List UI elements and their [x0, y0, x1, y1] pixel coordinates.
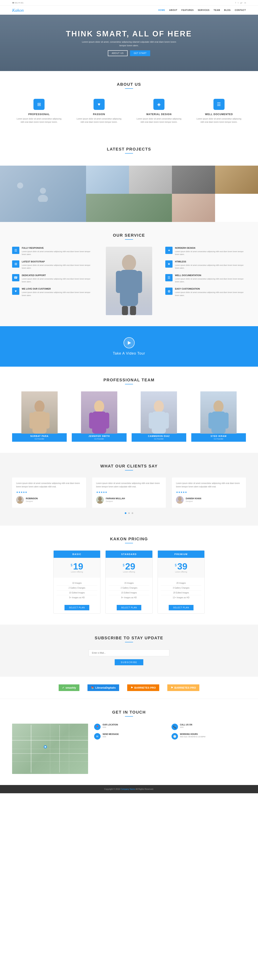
- project-4[interactable]: [172, 165, 215, 194]
- smashly-icon: ✓: [62, 686, 64, 689]
- svg-point-24: [18, 497, 22, 501]
- team-name-bar-1: NURBAT PARA Co Founder: [12, 433, 67, 442]
- contact-hours: 🕐 WORKING HOURS Mon-Sun: 09:00AM to 10:0…: [171, 733, 246, 740]
- nav-blog[interactable]: BLOG: [224, 9, 231, 11]
- client-text-2: Lorem ipsum dolor sit amet consectetur a…: [96, 482, 162, 488]
- svg-rect-22: [208, 412, 213, 429]
- project-5[interactable]: [215, 165, 258, 194]
- feature-standard-2: 2 Gallery Changes: [109, 585, 149, 590]
- pricing-subtitle-basic: Lorem Offering: [58, 571, 96, 573]
- phone-title: CALL US ON: [180, 724, 192, 726]
- service-item-responsive: ☰ FULLY RESPONSIVE Lorem ipsum dolor sit…: [12, 247, 93, 256]
- feature-standard-1: 15 Images: [109, 581, 149, 585]
- social-twitter[interactable]: t: [238, 2, 239, 4]
- subscribe-email-input[interactable]: [89, 649, 169, 656]
- logo-barrietes1[interactable]: ⚑ BARRIETES PRO: [127, 682, 159, 693]
- docs-text: WELL DOCUMENTATION Lorem ipsum dolor sit…: [175, 274, 246, 283]
- subscribe-button[interactable]: SUBSCRIBE: [115, 659, 143, 665]
- logo-smashly[interactable]: ✓ smashly: [59, 682, 79, 693]
- service-item-support: ☎ DEDICATED SUPPORT Lorem ipsum dolor si…: [12, 274, 93, 283]
- client-card-3: Lorem ipsum dolor sit amet consectetur a…: [172, 477, 246, 508]
- team-name-bar-3: CAMMERON DIAZ Co Founder: [131, 433, 186, 442]
- nav-team[interactable]: TEAM: [214, 9, 220, 11]
- about-title: ABOUT US: [12, 82, 246, 87]
- barrietes1-logo: ⚑ BARRIETES PRO: [127, 684, 159, 691]
- project-3[interactable]: [129, 165, 172, 194]
- contact-title: GET IN TOUCH: [12, 710, 246, 714]
- contact-email: ✉ SEND MESSAGE XXX: [94, 733, 168, 740]
- navbar-logo[interactable]: Kakon: [12, 8, 24, 13]
- project-2[interactable]: [86, 165, 129, 194]
- nav-about[interactable]: ABOUT: [169, 9, 178, 11]
- footer: Copyright © 2016 Company Name All Rights…: [0, 785, 258, 793]
- custom-title: EASY CUSTOMIZATION: [175, 288, 246, 290]
- client-stars-3: ★★★★★: [176, 491, 242, 494]
- team-role-4: Co Founder: [214, 438, 224, 440]
- social-linkedin[interactable]: in: [245, 2, 246, 4]
- librania-text: LibraniaDigitalis: [95, 686, 116, 689]
- team-photo-1: [21, 391, 58, 434]
- project-1[interactable]: [0, 165, 86, 222]
- material-title: MATERIAL DESIGN: [135, 113, 183, 116]
- hero-getstart-button[interactable]: GET START: [130, 50, 150, 56]
- svg-point-25: [17, 501, 23, 504]
- about-divider: [125, 88, 133, 89]
- svg-rect-18: [149, 412, 153, 429]
- bootstrap-desc: Lorem ipsum dolor sit amet consectetur a…: [22, 264, 93, 270]
- nav-features[interactable]: FEATURES: [181, 9, 194, 11]
- barrietes2-logo: ⚑ BARRIETES PRO: [167, 684, 199, 691]
- dot-1[interactable]: [125, 512, 127, 514]
- social-facebook[interactable]: f: [236, 2, 236, 4]
- about-section: ABOUT US ⊞ PROFESSIONAL Lorem ipsum dolo…: [0, 71, 258, 138]
- client-author-2: FARHAN MULLAH Designer: [96, 496, 162, 504]
- social-google[interactable]: g+: [240, 2, 242, 4]
- dot-2[interactable]: [128, 512, 130, 514]
- project-7-img: [172, 194, 215, 222]
- client-info-2: FARHAN MULLAH Designer: [106, 497, 125, 503]
- client-name-3: DANISH KHAN: [186, 497, 201, 500]
- svg-rect-23: [224, 412, 229, 429]
- docs-icon: ☰: [165, 274, 173, 281]
- logo-librania[interactable]: 📚 LibraniaDigitalis: [88, 682, 119, 693]
- svg-rect-10: [29, 412, 34, 429]
- nav-home[interactable]: HOME: [159, 9, 165, 11]
- dot-3[interactable]: [131, 512, 133, 514]
- material-icon: ◈: [153, 99, 165, 110]
- project-6[interactable]: [86, 194, 172, 222]
- select-plan-premium[interactable]: SELECT PLAN: [169, 605, 194, 610]
- contact-layout: 📍 OUR LOCATION XXX 📞 CALL US ON XXX ✉: [12, 724, 246, 774]
- professional-title: PROFESSIONAL: [15, 113, 63, 116]
- select-plan-standard[interactable]: SELECT PLAN: [117, 605, 141, 610]
- project-7[interactable]: [172, 194, 215, 222]
- nav-services[interactable]: SERVICES: [198, 9, 210, 11]
- svg-point-8: [34, 401, 45, 412]
- price-amount-standard: 29: [125, 561, 135, 571]
- team-photo-3: [141, 391, 177, 434]
- service-item-docs: ☰ WELL DOCUMENTATION Lorem ipsum dolor s…: [165, 274, 246, 283]
- logo-barrietes2[interactable]: ⚑ BARRIETES PRO: [167, 682, 199, 693]
- contact-divider: [125, 716, 133, 717]
- svg-rect-7: [130, 306, 136, 315]
- customer-desc: Lorem ipsum dolor sit amet consectetur a…: [22, 291, 93, 297]
- dollar-sign-basic: $: [71, 563, 72, 567]
- html-icon: ★: [165, 260, 173, 268]
- select-plan-basic[interactable]: SELECT PLAN: [64, 605, 89, 610]
- location-icon: 📍: [94, 724, 101, 730]
- service-person-photo: [106, 247, 152, 315]
- team-name-4: SYED IKRAM: [194, 435, 244, 437]
- hero-about-button[interactable]: ABOUT US: [108, 50, 128, 56]
- team-name-3: CAMMERON DIAZ: [134, 435, 184, 437]
- pricing-header-basic: BASIC: [54, 550, 100, 558]
- barrietes1-text: BARRIETES PRO: [134, 686, 156, 689]
- svg-point-27: [97, 501, 103, 504]
- client-stars-1: ★★★★★: [16, 491, 82, 494]
- contact-phone: 📞 CALL US ON XXX: [171, 724, 246, 730]
- custom-text: EASY CUSTOMIZATION Lorem ipsum dolor sit…: [175, 288, 246, 297]
- video-play-button[interactable]: [123, 337, 135, 348]
- pricing-grid: BASIC $ 19 Lorem Offering 10 Images 2 Ga…: [53, 550, 205, 614]
- nav-contact[interactable]: CONTACT: [235, 9, 246, 11]
- client-text-3: Lorem ipsum dolor sit amet consectetur a…: [176, 482, 242, 488]
- service-item-html: ★ HTMILESS Lorem ipsum dolor sit amet co…: [165, 260, 246, 270]
- contact-location: 📍 OUR LOCATION XXX: [94, 724, 168, 730]
- team-photo-4: [200, 391, 237, 434]
